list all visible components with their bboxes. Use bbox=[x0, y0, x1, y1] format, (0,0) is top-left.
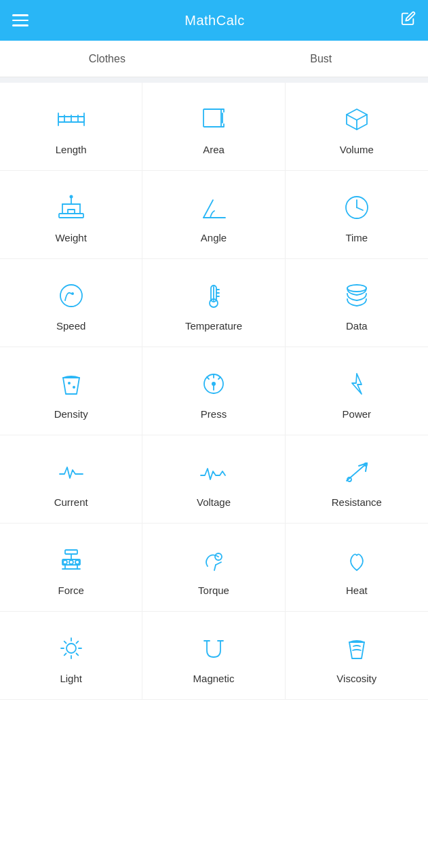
torque-icon bbox=[196, 542, 231, 578]
magnetic-icon bbox=[196, 631, 231, 666]
voltage-icon bbox=[196, 454, 231, 490]
svg-line-40 bbox=[347, 463, 367, 481]
grid-item-light[interactable]: Light bbox=[0, 612, 142, 700]
temperature-icon bbox=[196, 278, 231, 313]
grid-item-density[interactable]: Density bbox=[0, 347, 142, 435]
section-divider bbox=[0, 77, 428, 83]
current-icon bbox=[54, 454, 89, 490]
grid-item-heat[interactable]: Heat bbox=[286, 524, 428, 612]
area-icon bbox=[196, 102, 231, 137]
svg-point-21 bbox=[60, 285, 82, 307]
grid-item-time[interactable]: Time bbox=[286, 171, 428, 259]
grid-item-torque[interactable]: Torque bbox=[142, 524, 285, 612]
heat-icon bbox=[339, 542, 374, 578]
light-label: Light bbox=[60, 673, 82, 684]
svg-marker-39 bbox=[352, 374, 362, 394]
grid-item-voltage[interactable]: Voltage bbox=[142, 435, 285, 524]
force-label: Force bbox=[58, 585, 83, 596]
grid-item-current[interactable]: Current bbox=[0, 435, 142, 524]
svg-point-48 bbox=[63, 560, 67, 564]
top-row: Clothes Bust bbox=[0, 41, 428, 77]
speed-label: Speed bbox=[56, 320, 85, 332]
temperature-label: Temperature bbox=[185, 320, 242, 332]
time-label: Time bbox=[345, 232, 368, 243]
grid-item-speed[interactable]: Speed bbox=[0, 259, 142, 347]
light-icon bbox=[54, 631, 89, 666]
power-icon bbox=[339, 366, 374, 401]
svg-line-38 bbox=[218, 377, 220, 379]
press-label: Press bbox=[201, 408, 227, 420]
grid-item-press[interactable]: Press bbox=[142, 347, 285, 435]
grid-item-resistance[interactable]: Resistance bbox=[286, 435, 428, 524]
top-item-clothes[interactable]: Clothes bbox=[0, 41, 214, 77]
svg-point-57 bbox=[66, 644, 76, 653]
viscosity-icon bbox=[339, 631, 374, 666]
weight-label: Weight bbox=[55, 232, 86, 243]
grid-item-magnetic[interactable]: Magnetic bbox=[142, 612, 285, 700]
svg-point-36 bbox=[212, 382, 216, 386]
svg-line-56 bbox=[214, 565, 216, 570]
svg-point-22 bbox=[71, 292, 74, 295]
svg-point-15 bbox=[69, 195, 73, 199]
svg-line-63 bbox=[76, 654, 78, 656]
svg-line-37 bbox=[207, 377, 209, 379]
magnetic-label: Magnetic bbox=[193, 673, 235, 684]
density-label: Density bbox=[54, 408, 88, 420]
data-label: Data bbox=[346, 320, 368, 332]
area-label: Area bbox=[203, 144, 225, 155]
voltage-label: Voltage bbox=[197, 496, 231, 508]
svg-point-50 bbox=[75, 560, 79, 564]
current-label: Current bbox=[54, 496, 88, 508]
grid-item-volume[interactable]: Volume bbox=[286, 83, 428, 171]
grid-item-temperature[interactable]: Temperature bbox=[142, 259, 285, 347]
resistance-label: Resistance bbox=[332, 496, 382, 508]
grid-item-angle[interactable]: Angle bbox=[142, 171, 285, 259]
power-label: Power bbox=[343, 408, 372, 420]
time-icon bbox=[339, 190, 374, 225]
length-label: Length bbox=[56, 144, 87, 155]
svg-rect-45 bbox=[65, 550, 77, 554]
heat-label: Heat bbox=[346, 585, 368, 596]
press-icon bbox=[196, 366, 231, 401]
svg-point-49 bbox=[69, 560, 73, 564]
volume-icon bbox=[339, 102, 374, 137]
edit-icon[interactable] bbox=[401, 11, 416, 30]
grid-item-data[interactable]: Data bbox=[286, 259, 428, 347]
length-icon bbox=[54, 102, 89, 137]
speed-icon bbox=[54, 278, 89, 313]
app-header: MathCalc bbox=[0, 0, 428, 41]
svg-rect-10 bbox=[68, 210, 75, 214]
force-icon bbox=[54, 542, 89, 578]
viscosity-label: Viscosity bbox=[336, 673, 376, 684]
svg-point-31 bbox=[68, 382, 71, 384]
data-icon bbox=[339, 278, 374, 313]
angle-icon bbox=[196, 190, 231, 225]
grid-item-area[interactable]: Area bbox=[142, 83, 285, 171]
svg-rect-6 bbox=[203, 109, 221, 127]
menu-icon[interactable] bbox=[12, 14, 28, 26]
svg-line-62 bbox=[64, 642, 66, 644]
svg-line-20 bbox=[357, 208, 363, 210]
weight-icon bbox=[54, 190, 89, 225]
top-item-bust[interactable]: Bust bbox=[214, 41, 429, 77]
category-grid: Length Area Volume bbox=[0, 83, 428, 700]
svg-line-55 bbox=[216, 562, 221, 565]
svg-point-32 bbox=[73, 386, 75, 389]
resistance-icon bbox=[339, 454, 374, 490]
volume-label: Volume bbox=[340, 144, 374, 155]
app-title: MathCalc bbox=[184, 13, 244, 28]
angle-label: Angle bbox=[201, 232, 227, 243]
density-icon bbox=[54, 366, 89, 401]
grid-item-length[interactable]: Length bbox=[0, 83, 142, 171]
svg-line-65 bbox=[64, 654, 66, 656]
svg-line-64 bbox=[76, 642, 78, 644]
grid-item-viscosity[interactable]: Viscosity bbox=[286, 612, 428, 700]
svg-point-29 bbox=[347, 285, 366, 292]
torque-label: Torque bbox=[198, 585, 229, 596]
grid-item-power[interactable]: Power bbox=[286, 347, 428, 435]
grid-item-weight[interactable]: Weight bbox=[0, 171, 142, 259]
grid-item-force[interactable]: Force bbox=[0, 524, 142, 612]
